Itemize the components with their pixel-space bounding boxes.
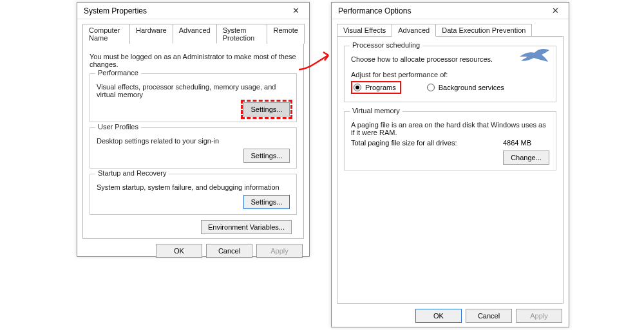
tab-system-protection[interactable]: System Protection (216, 24, 268, 44)
tab-dep[interactable]: Data Execution Prevention (435, 24, 532, 37)
processor-scheduling-group: Processor scheduling Choose how to alloc… (344, 46, 556, 102)
scheduling-radio-group: Programs Background services (351, 81, 549, 94)
processor-scheduling-legend: Processor scheduling (350, 41, 422, 49)
cancel-button[interactable]: Cancel (206, 244, 252, 258)
radio-programs[interactable]: Programs (351, 81, 401, 94)
virtual-memory-change-button[interactable]: Change... (503, 151, 549, 165)
apply-button[interactable]: Apply (516, 309, 562, 323)
system-properties-title: System Properties (84, 6, 147, 15)
startup-recovery-desc: System startup, system failure, and debu… (97, 183, 290, 191)
user-profiles-desc: Desktop settings related to your sign-in (97, 137, 290, 145)
performance-options-titlebar: Performance Options ✕ (332, 3, 569, 19)
system-properties-tabstrip: Computer Name Hardware Advanced System P… (77, 19, 309, 43)
tab-perf-advanced[interactable]: Advanced (392, 24, 436, 37)
bird-icon (518, 48, 551, 67)
user-profiles-settings-button[interactable]: Settings... (243, 149, 290, 163)
virtual-memory-legend: Virtual memory (350, 107, 402, 115)
radio-bgservices-label: Background services (439, 84, 504, 91)
apply-button[interactable]: Apply (256, 244, 303, 258)
performance-group: Performance Visual effects, processor sc… (90, 73, 297, 122)
close-icon[interactable]: ✕ (286, 5, 305, 17)
user-profiles-group: User Profiles Desktop settings related t… (90, 127, 297, 169)
ok-button[interactable]: OK (156, 244, 202, 258)
virtual-memory-group: Virtual memory A paging file is an area … (344, 111, 556, 170)
performance-options-dialog-buttons: OK Cancel Apply (332, 304, 569, 329)
startup-recovery-settings-button[interactable]: Settings... (243, 195, 290, 209)
virtual-memory-desc: A paging file is an area on the hard dis… (351, 121, 549, 136)
startup-recovery-group: Startup and Recovery System startup, sys… (90, 174, 297, 215)
cancel-button[interactable]: Cancel (466, 309, 512, 323)
adjust-best-performance-label: Adjust for best performance of: (351, 71, 549, 78)
system-properties-dialog: System Properties ✕ Computer Name Hardwa… (77, 2, 310, 257)
admin-warning-text: You must be logged on as an Administrato… (90, 53, 297, 68)
close-icon[interactable]: ✕ (545, 5, 565, 17)
advanced-tab-content: You must be logged on as an Administrato… (82, 43, 304, 239)
performance-options-tabstrip: Visual Effects Advanced Data Execution P… (332, 19, 569, 36)
system-properties-titlebar: System Properties ✕ (77, 3, 309, 19)
performance-legend: Performance (95, 69, 141, 77)
radio-icon (427, 84, 435, 91)
perf-advanced-tab-content: Processor scheduling Choose how to alloc… (337, 36, 564, 304)
radio-programs-label: Programs (365, 84, 396, 91)
tab-advanced[interactable]: Advanced (173, 24, 217, 44)
tab-remote[interactable]: Remote (267, 24, 305, 44)
tab-hardware[interactable]: Hardware (129, 24, 173, 44)
performance-options-dialog: Performance Options ✕ Visual Effects Adv… (331, 2, 569, 327)
performance-desc: Visual effects, processor scheduling, me… (97, 83, 290, 98)
user-profiles-legend: User Profiles (95, 123, 141, 131)
paging-file-total-value: 4864 MB (503, 139, 531, 147)
startup-recovery-legend: Startup and Recovery (95, 169, 169, 177)
tab-visual-effects[interactable]: Visual Effects (337, 24, 392, 37)
radio-background-services[interactable]: Background services (427, 84, 504, 91)
ok-button[interactable]: OK (415, 309, 462, 323)
system-properties-dialog-buttons: OK Cancel Apply (77, 239, 309, 264)
performance-options-title: Performance Options (338, 6, 411, 15)
radio-icon (354, 84, 361, 91)
environment-variables-button[interactable]: Environment Variables... (201, 220, 292, 234)
tab-computer-name[interactable]: Computer Name (82, 24, 130, 44)
performance-settings-button[interactable]: Settings... (243, 102, 290, 116)
paging-file-total-label: Total paging file size for all drives: (351, 139, 457, 147)
